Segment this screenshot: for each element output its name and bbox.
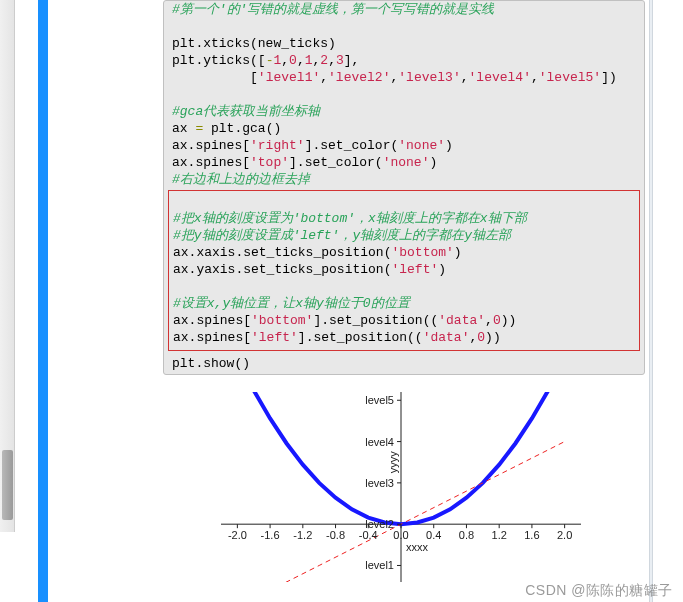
- svg-text:yyyy: yyyy: [387, 451, 399, 474]
- svg-text:level4: level4: [365, 436, 394, 448]
- code-line: ['level1','level2','level3','level4','le…: [164, 69, 644, 86]
- svg-text:1.6: 1.6: [524, 529, 539, 541]
- svg-text:level1: level1: [365, 559, 394, 571]
- comment-line: #把x轴的刻度设置为'bottom'，x轴刻度上的字都在x轴下部: [169, 210, 639, 227]
- highlight-box: #把x轴的刻度设置为'bottom'，x轴刻度上的字都在x轴下部 #把y轴的刻度…: [168, 190, 640, 351]
- code-line: ax = plt.gca(): [164, 120, 644, 137]
- svg-text:level2: level2: [365, 518, 394, 530]
- comment-line: #gca代表获取当前坐标轴: [164, 103, 644, 120]
- svg-text:0.0: 0.0: [393, 529, 408, 541]
- watermark: CSDN @陈陈的糖罐子: [525, 582, 673, 600]
- comment-line: #设置x,y轴位置，让x轴y轴位于0的位置: [169, 295, 639, 312]
- svg-text:2.0: 2.0: [557, 529, 572, 541]
- svg-text:-1.6: -1.6: [261, 529, 280, 541]
- svg-text:level5: level5: [365, 394, 394, 406]
- svg-text:-0.4: -0.4: [359, 529, 378, 541]
- svg-text:1.2: 1.2: [492, 529, 507, 541]
- code-block: #第一个'的'写错的就是虚线，第一个写写错的就是实线 plt.xticks(ne…: [163, 0, 645, 375]
- code-line: ax.xaxis.set_ticks_position('bottom'): [169, 244, 639, 261]
- left-accent-bar: [38, 0, 48, 602]
- page-scrollbar[interactable]: [0, 0, 15, 532]
- code-line: plt.show(): [164, 355, 644, 372]
- article-content: #第一个'的'写错的就是虚线，第一个写写错的就是实线 plt.xticks(ne…: [48, 0, 650, 375]
- code-line: ax.spines['left'].set_position(('data',0…: [169, 329, 639, 346]
- svg-text:level3: level3: [365, 477, 394, 489]
- code-line: ax.spines['bottom'].set_position(('data'…: [169, 312, 639, 329]
- svg-text:-1.2: -1.2: [293, 529, 312, 541]
- code-line: plt.xticks(new_ticks): [164, 35, 644, 52]
- svg-text:-2.0: -2.0: [228, 529, 247, 541]
- comment-line: #第一个'的'写错的就是虚线，第一个写写错的就是实线: [164, 1, 644, 18]
- svg-text:0.8: 0.8: [459, 529, 474, 541]
- svg-text:xxxx: xxxx: [406, 541, 429, 553]
- comment-line: #右边和上边的边框去掉: [164, 171, 644, 188]
- comment-line: #把y轴的刻度设置成'left'，y轴刻度上的字都在y轴左部: [169, 227, 639, 244]
- code-line: ax.yaxis.set_ticks_position('left'): [169, 261, 639, 278]
- scrollbar-thumb[interactable]: [2, 450, 13, 520]
- code-line: ax.spines['top'].set_color('none'): [164, 154, 644, 171]
- svg-text:-0.8: -0.8: [326, 529, 345, 541]
- output-chart: -2.0-1.6-1.2-0.8-0.40.00.40.81.21.62.0le…: [201, 388, 601, 600]
- svg-text:0.4: 0.4: [426, 529, 441, 541]
- code-line: plt.yticks([-1,0,1,2,3],: [164, 52, 644, 69]
- code-line: ax.spines['right'].set_color('none'): [164, 137, 644, 154]
